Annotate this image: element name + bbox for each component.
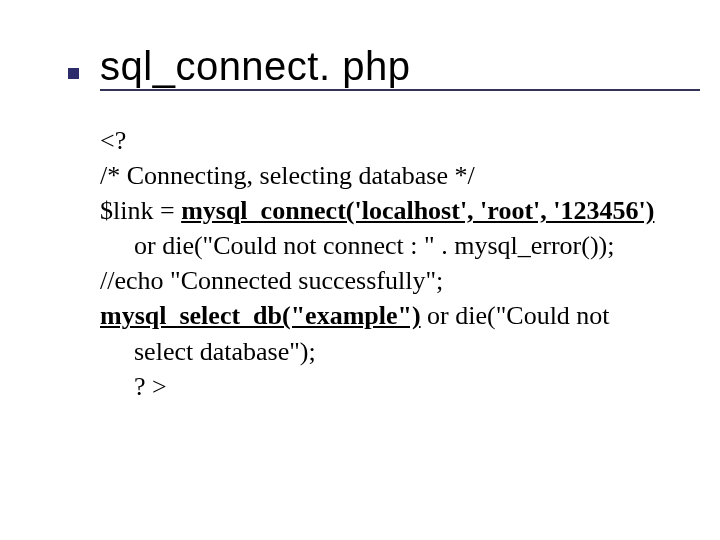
code-body: <? /* Connecting, selecting database */ … <box>100 123 660 404</box>
code-line-1: <? <box>100 123 660 158</box>
code-line-2: /* Connecting, selecting database */ <box>100 158 660 193</box>
code-line-6: mysql_select_db("example") or die("Could… <box>100 298 660 333</box>
slide: sql_connect. php <? /* Connecting, selec… <box>0 0 720 540</box>
code-bold-underline: mysql_connect('localhost', 'root', '1234… <box>181 196 654 225</box>
title-underline <box>100 89 700 91</box>
slide-title: sql_connect. php <box>100 44 660 89</box>
code-line-4: or die("Could not connect : " . mysql_er… <box>100 228 660 263</box>
code-line-7: select database"); <box>100 334 660 369</box>
code-line-3: $link = mysql_connect('localhost', 'root… <box>100 193 660 228</box>
code-line-8: ? > <box>100 369 660 404</box>
code-text: or die("Could not <box>421 301 610 330</box>
code-line-5: //echo "Connected successfully"; <box>100 263 660 298</box>
title-block: sql_connect. php <box>100 44 660 89</box>
bullet-square-icon <box>68 68 79 79</box>
code-bold-underline: mysql_select_db("example") <box>100 301 421 330</box>
code-text: $link = <box>100 196 181 225</box>
